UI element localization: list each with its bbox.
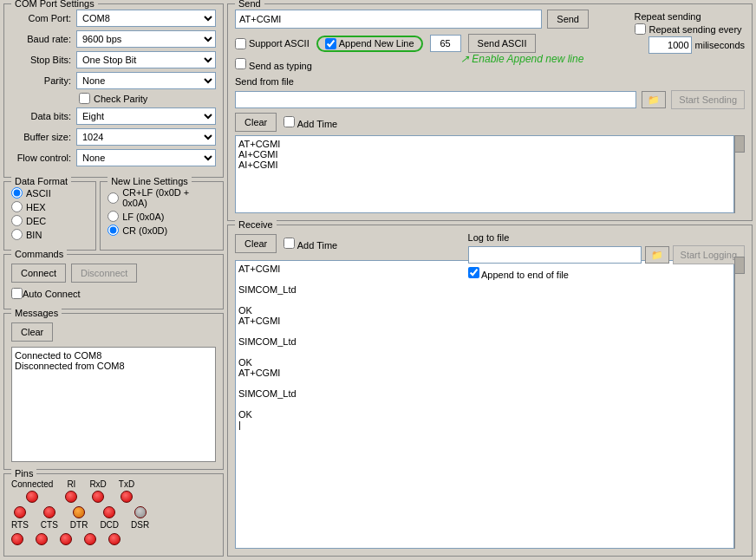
stop-bits-select[interactable]: One Stop Bit	[76, 51, 216, 68]
pin-dtr-led	[73, 506, 85, 518]
pin-dtr-label: DTR	[70, 520, 88, 530]
recv-line-5: OK	[238, 305, 731, 316]
log-file-input[interactable]	[468, 246, 642, 264]
send-group: Send Repeat sending Repeat sending every…	[227, 3, 753, 221]
message-line-2: Disconnected from COM8	[15, 361, 212, 371]
recv-cursor: |	[238, 420, 731, 430]
recv-line-11: AT+CGMI	[238, 368, 731, 378]
pin-connected: Connected	[11, 479, 53, 503]
commands-title: Commands	[11, 249, 67, 259]
check-parity-checkbox[interactable]	[79, 93, 90, 104]
send-command-input[interactable]	[235, 10, 542, 29]
pin-rxd-label: RxD	[89, 479, 106, 489]
add-time-receive-checkbox[interactable]	[284, 238, 295, 249]
receive-scroll-thumb[interactable]	[734, 257, 745, 274]
pin-connected-label: Connected	[11, 479, 53, 489]
cr-radio[interactable]	[108, 225, 119, 236]
ascii-radio[interactable]	[11, 187, 23, 199]
lf-radio[interactable]	[108, 211, 119, 222]
append-new-line-text: Append New Line	[339, 38, 414, 49]
data-format-group: Data Format ASCII HEX DEC BIN	[3, 181, 96, 251]
append-new-line-checkbox[interactable]	[325, 38, 336, 49]
add-time-send-checkbox[interactable]	[284, 116, 295, 127]
send-from-file-label: Send from file	[235, 76, 294, 87]
com-port-title: COM Port Settings	[11, 0, 98, 9]
send-scrollbar[interactable]	[734, 135, 745, 213]
pin-ri-label: RI	[67, 479, 75, 489]
support-ascii-label: Support ASCII	[249, 38, 310, 49]
receive-text-area: AT+CGMI SIMCOM_Ltd OK AT+CGMI SIMCOM_Ltd…	[235, 260, 734, 549]
recv-line-13: SIMCOM_Ltd	[238, 388, 731, 399]
append-to-file-checkbox[interactable]	[468, 267, 479, 278]
baud-rate-select[interactable]: 9600 bps	[76, 30, 216, 48]
pin-extra-1	[11, 533, 23, 545]
log-title: Log to file	[468, 232, 510, 243]
data-bits-select[interactable]: Eight	[76, 107, 216, 125]
start-sending-button[interactable]: Start Sending	[671, 90, 745, 109]
check-parity-label: Check Parity	[94, 94, 147, 104]
flow-control-label: Flow control:	[11, 153, 76, 163]
new-line-group: New Line Settings CR+LF (0x0D + 0x0A) LF…	[100, 181, 224, 251]
pin-dsr: DSR	[131, 506, 149, 530]
log-to-file-section: Log to file 📁 Start Logging Append to en…	[468, 232, 745, 280]
pin-extra-4	[84, 533, 96, 545]
dec-radio[interactable]	[11, 215, 23, 226]
send-ascii-button[interactable]: Send ASCII	[468, 34, 537, 53]
pin-extra-5	[108, 533, 121, 545]
buffer-size-select[interactable]: 1024	[76, 128, 216, 146]
send-as-typing-label: Send as typing	[235, 61, 312, 71]
messages-group: Messages Clear Connected to COM8 Disconn…	[3, 313, 224, 470]
recv-line-4	[238, 295, 731, 305]
messages-clear-button[interactable]: Clear	[11, 322, 53, 342]
send-file-browse-button[interactable]: 📁	[642, 91, 666, 108]
pin-cts-label: CTS	[41, 520, 58, 530]
pin-rxd: RxD	[89, 479, 106, 503]
pin-ri: RI	[65, 479, 77, 503]
pins-group: Pins Connected RI RxD TxD	[3, 473, 224, 557]
crlf-radio[interactable]	[108, 192, 119, 204]
send-button[interactable]: Send	[547, 10, 589, 29]
stop-bits-label: Stop Bits:	[11, 55, 76, 65]
pin-cts: CTS	[41, 506, 58, 530]
bin-radio[interactable]	[11, 229, 23, 240]
pin-dsr-label: DSR	[131, 520, 149, 530]
append-new-line-label[interactable]: Append New Line	[316, 36, 423, 52]
send-as-typing-checkbox[interactable]	[235, 58, 246, 69]
pin-dcd-label: DCD	[100, 520, 119, 530]
receive-scrollbar[interactable]	[734, 257, 745, 549]
send-file-input[interactable]	[235, 91, 636, 108]
support-ascii-checkbox[interactable]	[235, 38, 246, 49]
recv-line-7	[238, 326, 731, 336]
flow-control-select[interactable]: None	[76, 149, 216, 166]
send-line-3: AI+CGMI	[238, 160, 731, 170]
auto-connect-checkbox[interactable]	[11, 288, 23, 299]
log-folder-icon: 📁	[651, 250, 663, 261]
disconnect-button[interactable]: Disconnect	[71, 264, 137, 283]
connect-button[interactable]: Connect	[11, 264, 66, 283]
parity-select[interactable]: None	[76, 72, 216, 89]
lf-label: LF (0x0A)	[122, 212, 164, 222]
ascii-number-input[interactable]	[430, 35, 461, 52]
pin-ri-led	[65, 491, 77, 503]
folder-icon: 📁	[648, 94, 660, 106]
pin-extra-2	[36, 533, 48, 545]
pin-txd: TxD	[119, 479, 134, 503]
send-line-2: AI+CGMI	[238, 149, 731, 160]
send-clear-button[interactable]: Clear	[235, 113, 277, 132]
receive-title: Receive	[235, 219, 277, 230]
pin-rts: RTS	[11, 506, 29, 530]
log-file-browse-button[interactable]: 📁	[645, 246, 669, 264]
pin-txd-label: TxD	[119, 479, 134, 489]
commands-group: Commands Connect Disconnect Auto Connect	[3, 254, 224, 309]
ascii-label: ASCII	[26, 188, 51, 199]
bin-label: BIN	[26, 230, 42, 240]
send-scroll-thumb[interactable]	[734, 135, 745, 153]
recv-line-8: SIMCOM_Ltd	[238, 336, 731, 347]
messages-title: Messages	[11, 308, 62, 318]
receive-clear-button[interactable]: Clear	[235, 234, 277, 253]
com-port-select[interactable]: COM8	[76, 10, 216, 27]
recv-line-12	[238, 378, 731, 388]
dec-label: DEC	[26, 216, 46, 226]
recv-line-14	[238, 399, 731, 409]
hex-radio[interactable]	[11, 201, 23, 212]
